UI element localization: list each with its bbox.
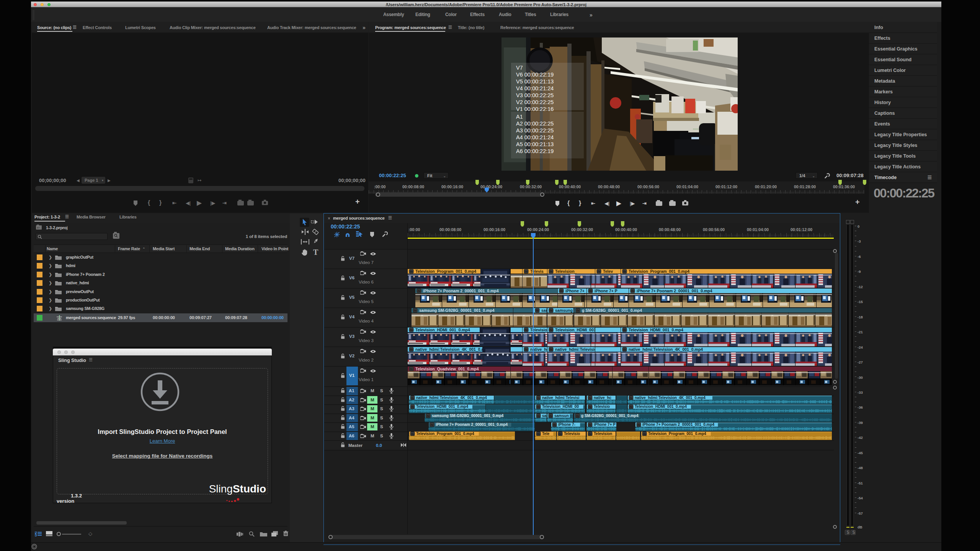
svg-text:iPhone 7+ Poonam 2_00001_001_0: iPhone 7+ Poonam 2_00001_001_0.mp4 xyxy=(436,422,508,427)
svg-text:fx: fx xyxy=(431,423,434,427)
svg-text:Televisio: Televisio xyxy=(564,432,580,436)
svg-text:A3 00:00:22:25: A3 00:00:22:25 xyxy=(516,127,554,134)
svg-text:iPhone 7-: iPhone 7- xyxy=(558,422,575,427)
svg-text:fx: fx xyxy=(589,289,592,293)
svg-text:Television_Program_001_0.mp4: Television_Program_001_0.mp4 xyxy=(416,432,474,436)
svg-text:fx: fx xyxy=(411,405,414,409)
svg-text:fx: fx xyxy=(525,328,528,332)
svg-text:A2 00:00:22:25: A2 00:00:22:25 xyxy=(516,121,554,127)
svg-text:Television_Quadview_001_0.mp4: Television_Quadview_001_0.mp4 xyxy=(415,367,479,371)
svg-text:Television_HDMI_001: Television_HDMI_001 xyxy=(555,328,596,332)
svg-text:fx: fx xyxy=(623,328,626,332)
svg-text:iPhone 7+ Poonam 2_00001_001_0: iPhone 7+ Poonam 2_00001_001_0.mp4 xyxy=(637,289,712,293)
svg-text:fx: fx xyxy=(637,423,640,427)
svg-text:fx: fx xyxy=(623,348,626,351)
svg-text:fx: fx xyxy=(550,348,553,351)
svg-text:iPhone 7+: iPhone 7+ xyxy=(565,289,585,293)
svg-text:Television_HDMI_001_0.mp4: Television_HDMI_001_0.mp4 xyxy=(416,404,468,409)
svg-text:fx: fx xyxy=(577,309,580,312)
svg-text:Television_HDMI_00: Television_HDMI_00 xyxy=(542,404,579,409)
svg-text:fx: fx xyxy=(537,396,540,400)
svg-text:fx: fx xyxy=(410,348,413,351)
svg-text:fx: fx xyxy=(537,432,540,436)
svg-text:V7: V7 xyxy=(516,65,523,71)
svg-text:fx: fx xyxy=(414,309,417,312)
svg-text:native_hdmi:Television_4K_001_: native_hdmi:Television_4K_001_0.mp4 xyxy=(635,396,706,400)
svg-text:Television_Program_001_0.mp4: Television_Program_001_0.mp4 xyxy=(415,269,476,274)
svg-text:V4 00:00:21:24: V4 00:00:21:24 xyxy=(516,85,554,91)
svg-text:Television_Program_001_0.mp4: Television_Program_001_0.mp4 xyxy=(629,269,689,274)
svg-text:samsung: samsung xyxy=(555,308,573,313)
svg-text:g SM-G928G_00001_001_0.mp4: g SM-G928G_00001_001_0.mp4 xyxy=(582,308,642,313)
svg-text:V6 00:00:22:19: V6 00:00:22:19 xyxy=(516,72,554,78)
svg-text:fx: fx xyxy=(410,270,413,273)
svg-text:fx: fx xyxy=(537,414,540,418)
svg-text:fx: fx xyxy=(550,309,553,312)
svg-text:fx: fx xyxy=(643,432,646,436)
svg-text:native_hdmi:Television_4K_001_: native_hdmi:Television_4K_001_0.mp4 xyxy=(416,396,487,400)
svg-text:fx: fx xyxy=(553,423,556,427)
svg-text:V1 00:00:22:16: V1 00:00:22:16 xyxy=(516,106,554,112)
svg-text:iPhone 7+ P: iPhone 7+ P xyxy=(594,422,616,427)
svg-text:Televis: Televis xyxy=(530,269,544,274)
svg-text:Television_: Television_ xyxy=(555,269,577,274)
svg-text:native_hdmi:Television_4K_001_: native_hdmi:Television_4K_001_0.mp4 xyxy=(629,347,703,352)
svg-text:g SM-G928G_00001_001_0.mp4: g SM-G928G_00001_001_0.mp4 xyxy=(581,414,639,418)
svg-text:Televisio: Televisio xyxy=(594,404,610,409)
svg-text:fx: fx xyxy=(630,396,633,400)
svg-text:Television_HDMI_001_0.mp4: Television_HDMI_001_0.mp4 xyxy=(629,328,683,332)
svg-text:samsun: samsun xyxy=(554,414,569,418)
svg-text:A1: A1 xyxy=(516,114,523,120)
svg-text:samsung SM-G928G_00001_001_0.m: samsung SM-G928G_00001_001_0.mp4 xyxy=(419,308,495,313)
svg-text:A6 00:00:22:19: A6 00:00:22:19 xyxy=(516,148,554,154)
svg-text:fx: fx xyxy=(623,270,626,273)
svg-text:iPhone 7+ Poonam 2_00001_001_0: iPhone 7+ Poonam 2_00001_001_0.mp4 xyxy=(423,289,499,293)
svg-text:Television: Television xyxy=(594,432,612,436)
svg-text:native_hdmi:Televisi: native_hdmi:Televisi xyxy=(542,396,580,400)
svg-text:iPhone 7+ Poonam 2_00001_001_0: iPhone 7+ Poonam 2_00001_001_0.mp4 xyxy=(642,422,715,427)
svg-text:native_hdmi:Television: native_hdmi:Television xyxy=(555,347,599,352)
svg-text:fx: fx xyxy=(410,367,413,371)
svg-text:V2 00:00:22:25: V2 00:00:22:25 xyxy=(516,99,554,105)
svg-text:fx: fx xyxy=(411,432,414,436)
svg-text:fx: fx xyxy=(418,289,421,293)
svg-text:Telev: Telev xyxy=(603,269,613,274)
svg-text:fx: fx xyxy=(411,396,414,400)
svg-text:fx: fx xyxy=(410,328,413,332)
svg-text:fx: fx xyxy=(550,328,553,332)
svg-text:fx: fx xyxy=(589,423,592,427)
svg-text:fx: fx xyxy=(525,348,528,351)
svg-text:V3 00:00:22:25: V3 00:00:22:25 xyxy=(516,92,554,98)
svg-text:fx: fx xyxy=(427,414,430,418)
svg-text:fx: fx xyxy=(560,289,563,293)
svg-text:Television_HDMI_001_0.mp4: Television_HDMI_001_0.mp4 xyxy=(635,404,687,409)
svg-text:fx: fx xyxy=(536,309,539,312)
svg-text:Television_Program_001_0.mp4: Television_Program_001_0.mp4 xyxy=(648,432,706,436)
svg-text:V5 00:00:21:13: V5 00:00:21:13 xyxy=(516,78,554,85)
svg-text:fx: fx xyxy=(550,270,553,273)
svg-text:fx: fx xyxy=(589,432,592,436)
svg-text:samsung SM-G928G_00001_001_0.m: samsung SM-G928G_00001_001_0.mp4 xyxy=(432,414,504,418)
svg-text:fx: fx xyxy=(525,270,528,273)
svg-text:iPhone 7+ P: iPhone 7+ P xyxy=(595,289,617,293)
svg-text:A4 00:00:21:24: A4 00:00:21:24 xyxy=(516,134,554,140)
svg-text:fx: fx xyxy=(559,432,562,436)
svg-text:fx: fx xyxy=(576,414,579,418)
svg-text:fx: fx xyxy=(598,270,601,273)
svg-text:fx: fx xyxy=(537,405,540,409)
svg-text:native_hc: native_hc xyxy=(594,396,612,400)
svg-text:Television_HDMI_001_0.mp4: Television_HDMI_001_0.mp4 xyxy=(415,328,470,332)
svg-text:Tele: Tele xyxy=(542,432,550,436)
svg-text:A5 00:00:21:13: A5 00:00:21:13 xyxy=(516,141,554,147)
svg-text:native_hdmi:Television_4K_001_: native_hdmi:Television_4K_001_0.mp4 xyxy=(415,347,490,352)
svg-text:fx: fx xyxy=(549,414,552,418)
svg-text:fx: fx xyxy=(589,396,592,400)
svg-text:fx: fx xyxy=(589,405,592,409)
svg-text:fx: fx xyxy=(631,289,634,293)
svg-text:fx: fx xyxy=(630,405,633,409)
